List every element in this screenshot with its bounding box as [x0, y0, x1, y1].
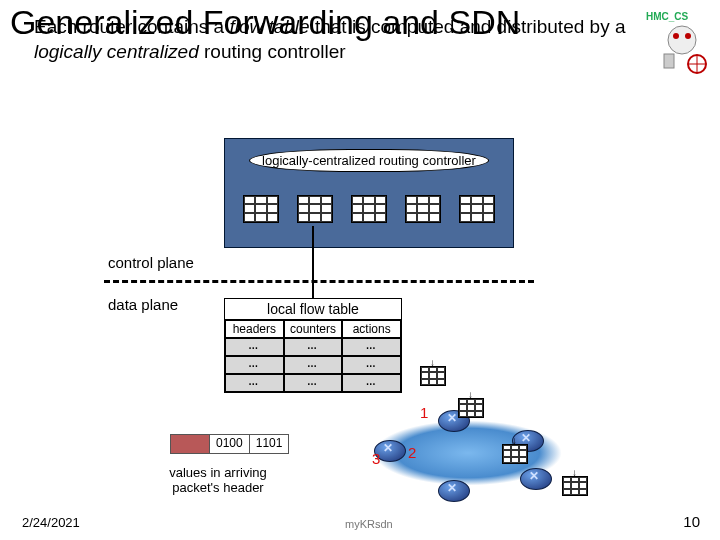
controller-to-table-line — [312, 226, 314, 300]
footer-note: myKRsdn — [345, 518, 393, 530]
svg-rect-4 — [664, 54, 674, 68]
diagram: logically-centralized routing controller… — [108, 138, 616, 508]
tiny-table-icon: ↓ — [420, 366, 446, 386]
cell: … — [225, 356, 284, 374]
cell: … — [342, 356, 401, 374]
slide: Generalized Forwarding and SDN Each rout… — [0, 0, 720, 540]
network-cloud: 1 2 3 — [338, 408, 598, 508]
mini-table-icon — [297, 195, 333, 223]
cell: … — [284, 356, 343, 374]
control-plane-label: control plane — [108, 254, 194, 271]
packet-icon: 0100 1101 — [170, 434, 289, 454]
arrow-down-icon: ↓ — [512, 435, 517, 446]
hmc-cs-logo-icon: HMC_CS — [642, 6, 712, 76]
tiny-table-icon: ↓ — [562, 476, 588, 496]
cell: … — [225, 338, 284, 356]
svg-point-3 — [685, 33, 691, 39]
router-num-3: 3 — [372, 450, 380, 467]
sub-a: Each router contains a — [34, 16, 229, 37]
packet-field-2: 1101 — [249, 435, 289, 453]
cell: … — [284, 338, 343, 356]
router-icon — [438, 480, 470, 502]
mini-table-icon — [243, 195, 279, 223]
sub-c: that is computed and distributed by a — [310, 16, 626, 37]
svg-point-2 — [673, 33, 679, 39]
sub-e: routing controller — [199, 41, 346, 62]
controller-tables — [225, 195, 513, 223]
cell: … — [342, 374, 401, 392]
data-plane-label: data plane — [108, 296, 178, 313]
packet-caption: values in arriving packet's header — [148, 466, 288, 496]
svg-point-1 — [668, 26, 696, 54]
mini-table-icon — [459, 195, 495, 223]
router-num-1: 1 — [420, 404, 428, 421]
cell: … — [342, 338, 401, 356]
cell: … — [225, 374, 284, 392]
router-num-2: 2 — [408, 444, 416, 461]
mini-table-icon — [351, 195, 387, 223]
tiny-table-icon: ↓ — [458, 398, 484, 418]
packet-field-1: 0100 — [209, 435, 249, 453]
arrow-down-icon: ↓ — [572, 467, 577, 478]
hdr-actions: actions — [342, 320, 401, 338]
mini-table-icon — [405, 195, 441, 223]
arrow-down-icon: ↓ — [468, 389, 473, 400]
flow-table-header: headers counters actions — [225, 320, 401, 338]
cell: … — [284, 374, 343, 392]
sub-d: logically centralized — [34, 41, 199, 62]
packet-prefix — [171, 435, 209, 453]
router-icon — [520, 468, 552, 490]
hdr-counters: counters — [284, 320, 343, 338]
footer-page-number: 10 — [683, 513, 700, 530]
controller-box: logically-centralized routing controller — [224, 138, 514, 248]
flow-table-title: local flow table — [225, 299, 401, 320]
flow-table-rows: ……… ……… ……… — [225, 338, 401, 392]
plane-divider — [104, 280, 534, 283]
controller-label: logically-centralized routing controller — [249, 149, 489, 172]
tiny-table-icon: ↓ — [502, 444, 528, 464]
hdr-headers: headers — [225, 320, 284, 338]
flow-table: local flow table headers counters action… — [224, 298, 402, 393]
arrow-down-icon: ↓ — [430, 357, 435, 368]
svg-text:HMC_CS: HMC_CS — [646, 11, 689, 22]
sub-b: flow table — [229, 16, 309, 37]
footer-date: 2/24/2021 — [22, 515, 80, 530]
